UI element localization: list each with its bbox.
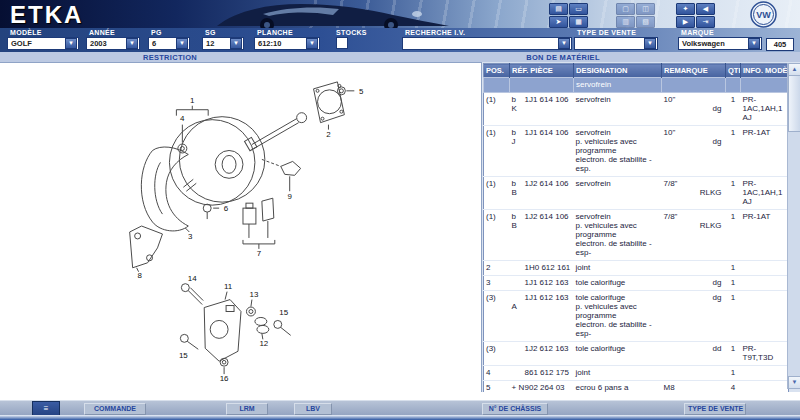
last-page-icon[interactable]: ⇥ bbox=[696, 16, 715, 28]
screen-icon[interactable]: ▭ bbox=[569, 3, 588, 15]
table-row[interactable]: (3)1J1 612 163 Atole calorifugep. vehicu… bbox=[484, 291, 789, 342]
cell bbox=[510, 78, 574, 93]
cell-remark: dg bbox=[662, 276, 726, 291]
filter-label: PLANCHE bbox=[257, 29, 320, 36]
cell-designation: servofrein bbox=[574, 177, 662, 210]
prev-document-icon[interactable]: ◀ bbox=[696, 3, 715, 15]
designation-line: tole calorifuge bbox=[576, 278, 660, 287]
bottom-button-commande[interactable]: COMMANDE bbox=[84, 403, 146, 415]
tile-icon: ▧ bbox=[636, 16, 655, 28]
callout-15[interactable]: 15 bbox=[179, 351, 188, 360]
callout-6[interactable]: 6 bbox=[224, 204, 229, 213]
cell-remark bbox=[662, 366, 726, 381]
restriction-label[interactable]: RESTRICTION bbox=[100, 53, 240, 62]
table-row[interactable]: 21H0 612 161joint1 bbox=[484, 261, 789, 276]
callout-5[interactable]: 5 bbox=[359, 87, 364, 96]
table-row[interactable]: (1)b1J1 614 106 Jservofreinp. vehicules … bbox=[484, 126, 789, 177]
code-405-field[interactable]: 405 bbox=[766, 38, 794, 51]
callout-4[interactable]: 4 bbox=[180, 114, 185, 123]
filter-select[interactable]: 2003▼ bbox=[86, 37, 140, 50]
cell-ref: b1J1 614 106 K bbox=[510, 93, 574, 126]
table-row[interactable]: (1)b1J1 614 106 Kservofrein10"dg1PR-1AC,… bbox=[484, 93, 789, 126]
pin-icon[interactable]: ✦ bbox=[676, 3, 695, 15]
next-document-icon[interactable]: ▶ bbox=[676, 16, 695, 28]
filter-type-de-vente: TYPE DE VENTE▼ bbox=[574, 29, 658, 50]
filter-value: 6 bbox=[149, 39, 176, 48]
table-row[interactable]: 4861 612 175joint1 bbox=[484, 366, 789, 381]
dropdown-arrow-icon[interactable]: ▼ bbox=[558, 38, 570, 49]
table-row[interactable]: (1)b1J2 614 106 Bservofreinp. vehicules … bbox=[484, 210, 789, 261]
dropdown-arrow-icon[interactable]: ▼ bbox=[176, 38, 188, 49]
bottom-button-lbv[interactable]: LBV bbox=[294, 403, 332, 415]
filter-select[interactable]: Volkswagen▼ bbox=[678, 37, 762, 50]
bottom-edge bbox=[0, 415, 800, 420]
cell bbox=[484, 78, 510, 93]
stocks-checkbox[interactable] bbox=[336, 37, 348, 49]
filter-select[interactable]: 612:10▼ bbox=[254, 37, 320, 50]
callout-11[interactable]: 11 bbox=[224, 282, 233, 291]
cell-ref: 1J1 612 163 A bbox=[510, 291, 574, 342]
cell-designation: joint bbox=[574, 366, 662, 381]
filter-value: 12 bbox=[203, 39, 230, 48]
column-header: POS. bbox=[484, 64, 510, 78]
table-row[interactable]: (3)1J2 612 163tole calorifugedd1PR-T9T,T… bbox=[484, 342, 789, 366]
dropdown-arrow-icon[interactable]: ▼ bbox=[230, 38, 242, 49]
filter-select[interactable]: GOLF▼ bbox=[7, 37, 79, 50]
filter-bar: 405 MODÈLEGOLF▼ANNÉE2003▼PG6▼SG12▼PLANCH… bbox=[0, 28, 800, 52]
send-icon[interactable]: ➤ bbox=[549, 16, 568, 28]
callout-15[interactable]: 15 bbox=[279, 308, 288, 317]
dropdown-arrow-icon[interactable]: ▼ bbox=[65, 38, 77, 49]
bottom-button-lrm[interactable]: LRM bbox=[226, 403, 268, 415]
filter-label: RECHERCHE I.V. bbox=[405, 29, 572, 36]
callout-16[interactable]: 16 bbox=[220, 374, 229, 383]
keyboard-icon[interactable]: ▦ bbox=[569, 16, 588, 28]
dropdown-arrow-icon[interactable]: ▼ bbox=[748, 38, 760, 49]
filter-label: MODÈLE bbox=[10, 29, 79, 36]
dropdown-arrow-icon[interactable]: ▼ bbox=[126, 38, 138, 49]
callout-8[interactable]: 8 bbox=[137, 271, 142, 280]
scrollbar-thumb[interactable] bbox=[788, 75, 800, 132]
bottom-button-n-de-ch-ssis[interactable]: N° DE CHÂSSIS bbox=[482, 403, 548, 415]
parts-diagram[interactable]: 14253697814111315121516 bbox=[0, 63, 480, 396]
callout-9[interactable]: 9 bbox=[287, 192, 292, 201]
scrollbar[interactable]: ▲ ▼ bbox=[787, 63, 800, 389]
filter-label: STOCKS bbox=[336, 29, 373, 36]
callout-2[interactable]: 2 bbox=[326, 130, 331, 139]
cell-pos: (3) bbox=[484, 342, 510, 366]
table-row[interactable]: (1)b1J2 614 106 Bservofrein7/8"RLKG1PR-1… bbox=[484, 177, 789, 210]
callout-12[interactable]: 12 bbox=[259, 339, 268, 348]
scroll-down-button[interactable]: ▼ bbox=[788, 376, 800, 389]
callout-14[interactable]: 14 bbox=[188, 274, 197, 283]
remark-value: 7/8" bbox=[664, 212, 724, 221]
remark-code: dg bbox=[664, 104, 724, 113]
filter-stocks: STOCKS bbox=[333, 29, 373, 49]
dropdown-arrow-icon[interactable]: ▼ bbox=[644, 38, 656, 49]
filter-select[interactable]: 12▼ bbox=[202, 37, 244, 50]
selected-row[interactable]: servofrein bbox=[484, 78, 789, 93]
designation-line: electron. de stabilite -esp- bbox=[576, 239, 660, 257]
designation-line: electron. de stabilite -esp. bbox=[576, 155, 660, 173]
print-icon[interactable]: ▤ bbox=[549, 3, 568, 15]
column-header: REMARQUE bbox=[662, 64, 726, 78]
column-header: INFO. MODÈLE bbox=[741, 64, 789, 78]
cell-info-model bbox=[741, 366, 789, 381]
table-row[interactable]: 31J1 612 163tole calorifugedg1 bbox=[484, 276, 789, 291]
filter-select[interactable]: 6▼ bbox=[148, 37, 190, 50]
toolbar-group-windows: ▢◫▥▧▣⊞ bbox=[616, 3, 674, 26]
filter-label: ANNÉE bbox=[89, 29, 140, 36]
filter-select[interactable]: ▼ bbox=[574, 37, 658, 50]
remark-value: 7/8" bbox=[664, 179, 724, 188]
cell-designation: servofreinp. vehicules avec programmeele… bbox=[574, 126, 662, 177]
car-photo bbox=[205, 1, 455, 28]
callout-1[interactable]: 1 bbox=[190, 96, 195, 105]
bottom-button-type-de-vente[interactable]: TYPE DE VENTE bbox=[684, 403, 746, 415]
filter-select[interactable]: ▼ bbox=[402, 37, 572, 50]
callout-7[interactable]: 7 bbox=[257, 249, 262, 258]
callout-3[interactable]: 3 bbox=[188, 232, 193, 241]
cell-remark: dg bbox=[662, 291, 726, 342]
callout-13[interactable]: 13 bbox=[249, 290, 258, 299]
dropdown-arrow-icon[interactable]: ▼ bbox=[306, 38, 318, 49]
cell-pos: (3) bbox=[484, 291, 510, 342]
cell-remark: 7/8"RLKG bbox=[662, 177, 726, 210]
designation-line: tole calorifuge bbox=[576, 293, 660, 302]
